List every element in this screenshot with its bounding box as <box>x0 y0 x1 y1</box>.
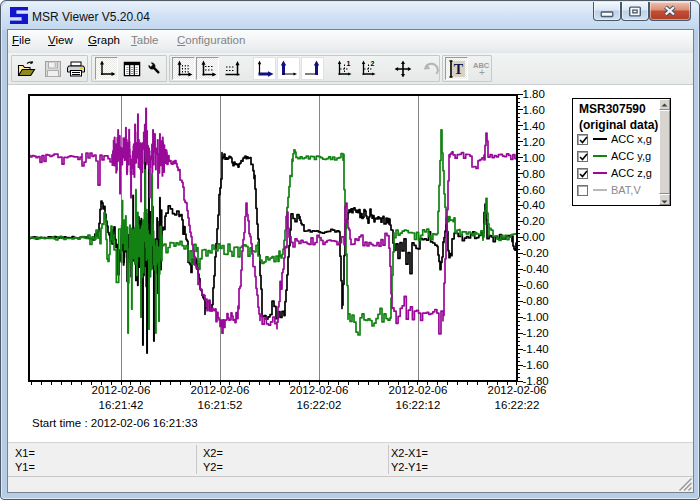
svg-text:-0.20: -0.20 <box>523 247 549 259</box>
svg-text:16:22:12: 16:22:12 <box>396 399 441 411</box>
svg-text:-0.40: -0.40 <box>523 263 549 275</box>
svg-text:-0.80: -0.80 <box>523 295 549 307</box>
svg-text:0.80: 0.80 <box>523 168 545 180</box>
svg-text:1.60: 1.60 <box>523 104 545 116</box>
svg-text:0.00: 0.00 <box>523 231 545 243</box>
svg-text:Start time : 2012-02-06 16:21:: Start time : 2012-02-06 16:21:33 <box>32 417 198 429</box>
svg-text:16:22:02: 16:22:02 <box>297 399 342 411</box>
svg-text:-1.60: -1.60 <box>523 359 549 371</box>
svg-text:-1.40: -1.40 <box>523 343 549 355</box>
svg-text:2012-02-06: 2012-02-06 <box>290 384 349 396</box>
svg-text:1.00: 1.00 <box>523 152 545 164</box>
svg-text:0.60: 0.60 <box>523 184 545 196</box>
svg-text:16:22:22: 16:22:22 <box>495 399 540 411</box>
svg-text:16:21:42: 16:21:42 <box>99 399 144 411</box>
svg-text:1.80: 1.80 <box>523 88 545 100</box>
svg-text:0.20: 0.20 <box>523 215 545 227</box>
svg-text:0.40: 0.40 <box>523 199 545 211</box>
svg-text:-1.00: -1.00 <box>523 311 549 323</box>
svg-text:-1.20: -1.20 <box>523 327 549 339</box>
svg-text:16:21:52: 16:21:52 <box>198 399 243 411</box>
svg-text:1.20: 1.20 <box>523 136 545 148</box>
svg-text:2012-02-06: 2012-02-06 <box>191 384 250 396</box>
svg-text:2012-02-06: 2012-02-06 <box>92 384 151 396</box>
svg-text:2012-02-06: 2012-02-06 <box>488 384 547 396</box>
svg-text:-0.60: -0.60 <box>523 279 549 291</box>
svg-text:1.40: 1.40 <box>523 120 545 132</box>
svg-text:2012-02-06: 2012-02-06 <box>389 384 448 396</box>
